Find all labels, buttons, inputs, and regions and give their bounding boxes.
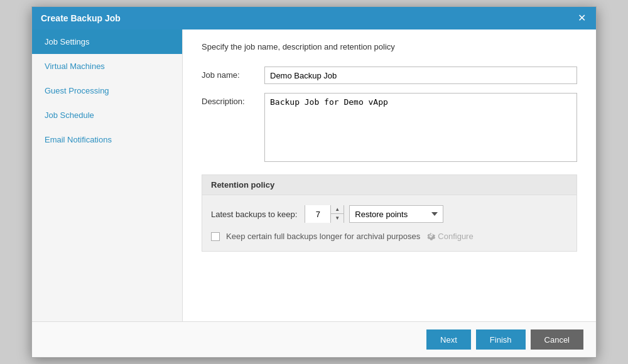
section-description: Specify the job name, description and re… [202,42,577,54]
spinner-down-button[interactable]: ▼ [331,214,344,223]
description-row: Description: Backup Job for Demo vApp [202,93,577,162]
dialog-titlebar: Create Backup Job ✕ [32,7,596,29]
latest-backups-row: Latest backups to keep: ▲ ▼ Restore poin… [211,205,568,223]
sidebar: Job Settings Virtual Machines Guest Proc… [32,29,183,321]
configure-button[interactable]: Configure [426,232,473,241]
job-name-input[interactable] [264,67,577,84]
dialog-body: Job Settings Virtual Machines Guest Proc… [32,29,596,321]
description-label: Description: [202,93,264,106]
dialog-title: Create Backup Job [41,13,121,23]
finish-button[interactable]: Finish [476,329,526,350]
job-name-row: Job name: [202,67,577,84]
latest-backups-label: Latest backups to keep: [211,210,297,219]
job-name-label: Job name: [202,67,264,80]
dialog-footer: Next Finish Cancel [32,321,596,357]
configure-label: Configure [438,232,473,241]
main-content: Specify the job name, description and re… [183,29,596,321]
sidebar-item-email-notifications[interactable]: Email Notifications [32,127,182,152]
archival-row: Keep certain full backups longer for arc… [211,232,568,241]
spinner-buttons: ▲ ▼ [330,205,344,223]
archival-checkbox[interactable] [211,232,220,241]
archival-label: Keep certain full backups longer for arc… [226,232,420,241]
create-backup-job-dialog: Create Backup Job ✕ Job Settings Virtual… [31,6,597,358]
close-button[interactable]: ✕ [577,13,587,23]
sidebar-item-guest-processing[interactable]: Guest Processing [32,78,182,103]
sidebar-item-job-schedule[interactable]: Job Schedule [32,103,182,127]
gear-icon [426,232,435,241]
spinner-up-button[interactable]: ▲ [331,205,344,214]
cancel-button[interactable]: Cancel [531,329,583,350]
retention-header: Retention policy [202,175,577,195]
next-button[interactable]: Next [426,329,471,350]
sidebar-item-job-settings[interactable]: Job Settings [32,29,182,54]
restore-points-select[interactable]: Restore points Days Weeks Months [349,205,443,223]
backups-count-input[interactable] [305,205,330,223]
retention-policy-section: Retention policy Latest backups to keep:… [202,174,577,252]
description-input[interactable]: Backup Job for Demo vApp [264,93,577,162]
sidebar-item-virtual-machines[interactable]: Virtual Machines [32,54,182,78]
backups-spinner: ▲ ▼ [305,205,344,223]
retention-body: Latest backups to keep: ▲ ▼ Restore poin… [202,195,577,251]
